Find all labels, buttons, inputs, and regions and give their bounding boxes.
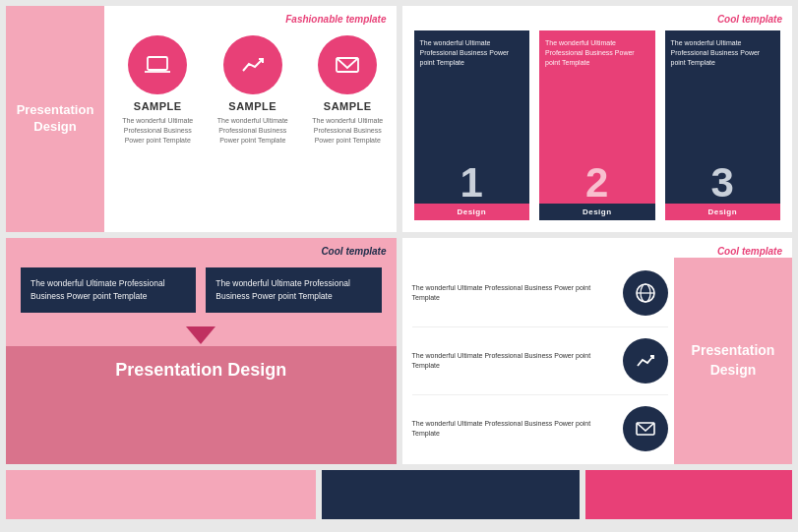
sample-label-2: SAMPLE bbox=[228, 100, 276, 112]
slide2-tag-normal: template bbox=[742, 14, 782, 25]
trend-icon bbox=[635, 350, 656, 372]
card1-text: The wonderful Ultimate Professional Busi… bbox=[414, 30, 530, 158]
slide4-tag-normal: template bbox=[742, 246, 782, 257]
mail-icon-circle-2 bbox=[623, 406, 668, 451]
globe-icon bbox=[635, 282, 656, 304]
slide3-presentation-title: Presentation Design bbox=[6, 350, 397, 386]
laptop-icon bbox=[144, 51, 171, 79]
mail-icon bbox=[334, 51, 361, 79]
list-item: The wonderful Ultimate Professional Busi… bbox=[414, 30, 530, 220]
list-item: The wonderful Ultimate Professional Busi… bbox=[412, 401, 669, 456]
card2-number: 2 bbox=[539, 158, 655, 204]
bar-segment-navy bbox=[322, 470, 580, 519]
bar-segment-red bbox=[585, 470, 792, 519]
slide4-tag-styled: Cool bbox=[717, 246, 739, 257]
slide4-tag: Cool template bbox=[717, 246, 782, 257]
slide4-content: The wonderful Ultimate Professional Busi… bbox=[402, 238, 793, 464]
slide3-boxes-container: The wonderful Ultimate Professional Busi… bbox=[6, 238, 397, 323]
list-item: The wonderful Ultimate Professional Busi… bbox=[412, 333, 669, 388]
row1-text: The wonderful Ultimate Professional Busi… bbox=[412, 283, 616, 303]
chart-icon bbox=[239, 51, 267, 79]
slide-fashionable: Fashionable template Presentation Design… bbox=[6, 6, 397, 232]
slide1-tag-styled: Fashionable bbox=[285, 14, 342, 25]
bottom-color-bar bbox=[6, 470, 792, 519]
card2-text: The wonderful Ultimate Professional Busi… bbox=[539, 30, 655, 158]
list-item: SAMPLE The wonderful Ultimate Profession… bbox=[215, 35, 292, 145]
chart-icon-circle bbox=[223, 35, 282, 94]
card3-number: 3 bbox=[665, 158, 781, 204]
mail-icon-circle bbox=[318, 35, 377, 94]
sample-desc-1: The wonderful Ultimate Professional Busi… bbox=[119, 116, 197, 145]
slide-cool-icons: Cool template The wonderful Ultimate Pro… bbox=[402, 238, 793, 464]
list-item: SAMPLE The wonderful Ultimate Profession… bbox=[119, 35, 197, 145]
main-grid: Fashionable template Presentation Design… bbox=[0, 0, 798, 532]
divider bbox=[412, 394, 669, 395]
chart-icon-circle-2 bbox=[623, 338, 668, 384]
slide-cool-presentation: Cool template The wonderful Ultimate Pro… bbox=[6, 238, 397, 464]
svg-marker-3 bbox=[186, 326, 215, 344]
slide4-right-title: Presentation Design bbox=[674, 331, 792, 389]
list-item: The wonderful Ultimate Professional Busi… bbox=[21, 267, 196, 313]
list-item: SAMPLE The wonderful Ultimate Profession… bbox=[309, 35, 387, 145]
card1-number: 1 bbox=[414, 158, 530, 204]
arrow-down bbox=[6, 326, 397, 346]
list-item: The wonderful Ultimate Professional Busi… bbox=[539, 30, 655, 220]
slide1-tag-normal: template bbox=[345, 14, 386, 25]
list-item: The wonderful Ultimate Professional Busi… bbox=[206, 267, 381, 313]
svg-rect-0 bbox=[148, 57, 167, 70]
row2-text: The wonderful Ultimate Professional Busi… bbox=[412, 351, 616, 371]
card3-btn: Design bbox=[665, 204, 781, 220]
list-item: The wonderful Ultimate Professional Busi… bbox=[665, 30, 781, 220]
slide2-tag: Cool template bbox=[717, 14, 782, 25]
slide4-rows: The wonderful Ultimate Professional Busi… bbox=[402, 258, 675, 464]
sample-label-3: SAMPLE bbox=[324, 100, 372, 112]
sample-desc-2: The wonderful Ultimate Professional Busi… bbox=[215, 116, 292, 145]
chevron-down-icon bbox=[186, 326, 215, 346]
globe-icon-circle bbox=[623, 270, 668, 316]
slide4-right-panel: Presentation Design bbox=[674, 258, 792, 464]
slide1-items: SAMPLE The wonderful Ultimate Profession… bbox=[109, 6, 397, 232]
list-item: The wonderful Ultimate Professional Busi… bbox=[412, 266, 669, 321]
bar-segment-pink bbox=[6, 470, 316, 519]
slide2-cards-container: The wonderful Ultimate Professional Busi… bbox=[402, 6, 793, 232]
slide1-title: Presentation Design bbox=[16, 102, 94, 136]
envelope-icon bbox=[635, 418, 656, 440]
slide2-tag-styled: Cool bbox=[717, 14, 739, 25]
slide1-left-panel: Presentation Design bbox=[6, 6, 104, 232]
card2-btn: Design bbox=[539, 204, 655, 220]
sample-label-1: SAMPLE bbox=[134, 100, 182, 112]
row3-text: The wonderful Ultimate Professional Busi… bbox=[412, 419, 616, 439]
card1-btn: Design bbox=[414, 204, 530, 220]
sample-desc-3: The wonderful Ultimate Professional Busi… bbox=[309, 116, 387, 145]
divider bbox=[412, 326, 669, 327]
card3-text: The wonderful Ultimate Professional Busi… bbox=[665, 30, 781, 158]
slide1-tag: Fashionable template bbox=[285, 14, 386, 25]
laptop-icon-circle bbox=[128, 35, 187, 94]
slide-cool-cards: Cool template The wonderful Ultimate Pro… bbox=[402, 6, 793, 232]
